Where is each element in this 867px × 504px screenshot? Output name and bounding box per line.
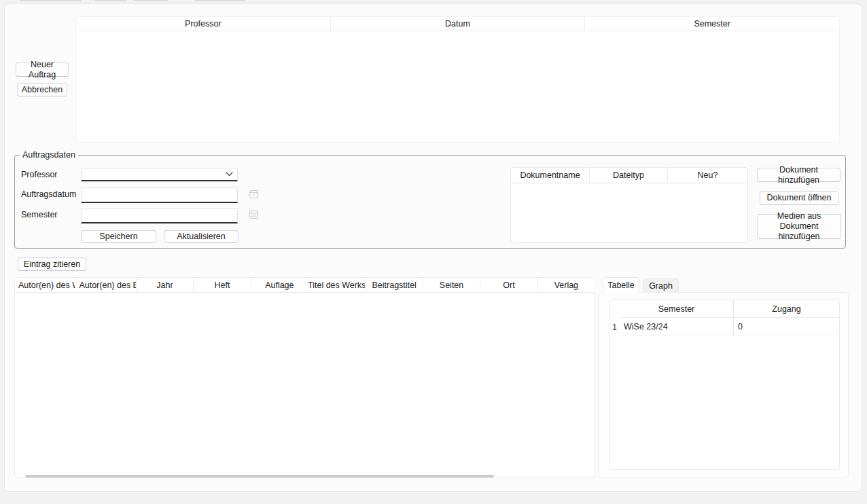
documents-column-new[interactable]: Neu? [668,168,747,183]
documents-table: Dokumentname Dateityp Neu? [510,167,748,242]
window-top-edge-segment [134,0,168,1]
add-media-from-document-button[interactable]: Medien aus Dokument hinzufügen [757,214,841,239]
window-top-edge-segment [95,0,127,1]
semester-input[interactable] [81,208,238,223]
stats-rownum-header [609,300,620,318]
save-button[interactable]: Speichern [81,230,156,243]
entries-column-pages[interactable]: Seiten [423,278,480,292]
orders-column-professor[interactable]: Professor [76,17,331,31]
stats-column-semester[interactable]: Semester [620,300,734,318]
cite-entry-button[interactable]: Eintrag zitieren [18,257,86,271]
tab-graph-label: Graph [649,281,673,291]
stats-table-header: Semester Zugang [609,300,839,318]
calendar-today-icon[interactable] [249,189,259,199]
stats-column-zugang[interactable]: Zugang [734,300,839,318]
zugang-cell[interactable]: 0 [734,318,839,336]
orders-column-datum[interactable]: Datum [331,17,586,31]
entries-table-header: Autor(en) des Werks Autor(en) des Beitra… [15,278,595,293]
orders-table: Professor Datum Semester [75,16,840,143]
documents-table-body [511,183,747,242]
documents-column-type[interactable]: Dateityp [590,168,668,183]
main-panel: Professor Datum Semester Neuer Auftrag A… [4,3,862,492]
tab-tabelle-label: Tabelle [607,281,635,290]
cancel-button[interactable]: Abbrechen [17,83,67,96]
tab-graph[interactable]: Graph [643,278,679,293]
new-order-button[interactable]: Neuer Auftrag [16,62,69,77]
open-document-button[interactable]: Dokument öffnen [760,191,838,205]
tab-tabelle[interactable]: Tabelle [603,277,639,293]
documents-table-header: Dokumentname Dateityp Neu? [511,168,747,183]
entries-column-issue[interactable]: Heft [194,278,251,292]
entries-column-article-authors[interactable]: Autor(en) des Beitrags [75,278,136,292]
entries-column-article-title[interactable]: Beitragstitel [366,278,423,292]
semester-cell[interactable]: WiSe 23/24 [620,318,734,336]
entries-table: Autor(en) des Werks Autor(en) des Beitra… [14,277,595,478]
entries-column-work-authors[interactable]: Autor(en) des Werks [15,278,75,292]
stats-table: Semester Zugang 1 WiSe 23/24 0 [609,300,840,470]
professor-combobox[interactable] [81,168,238,181]
table-row: 1 WiSe 23/24 0 [609,318,839,336]
add-document-button[interactable]: Dokument hinzufügen [757,168,841,182]
order-date-input[interactable] [81,187,238,203]
window-top-edge-segment [195,0,245,1]
entries-column-edition[interactable]: Auflage [251,278,308,292]
entries-column-place[interactable]: Ort [480,278,537,292]
entries-table-body [15,293,595,476]
entries-column-year[interactable]: Jahr [137,278,194,292]
refresh-button[interactable]: Aktualisieren [164,230,238,243]
calendar-grid-icon[interactable] [249,209,259,219]
documents-column-name[interactable]: Dokumentname [511,168,590,183]
horizontal-scrollbar-thumb[interactable] [25,475,494,478]
orders-column-semester[interactable]: Semester [585,17,839,31]
chevron-down-icon [225,171,234,177]
order-form-title: Auftragsdaten [20,150,78,160]
entries-column-work-title[interactable]: Titel des Werks [308,278,366,292]
row-number-cell[interactable]: 1 [609,318,620,336]
semester-label: Semester [21,210,58,219]
orders-table-header: Professor Datum Semester [76,17,839,31]
order-date-label: Auftragsdatum [21,190,76,199]
professor-label: Professor [21,170,58,179]
window-top-edge-segment [20,0,82,1]
orders-table-body [76,31,839,142]
entries-column-publisher[interactable]: Verlag [538,278,595,292]
